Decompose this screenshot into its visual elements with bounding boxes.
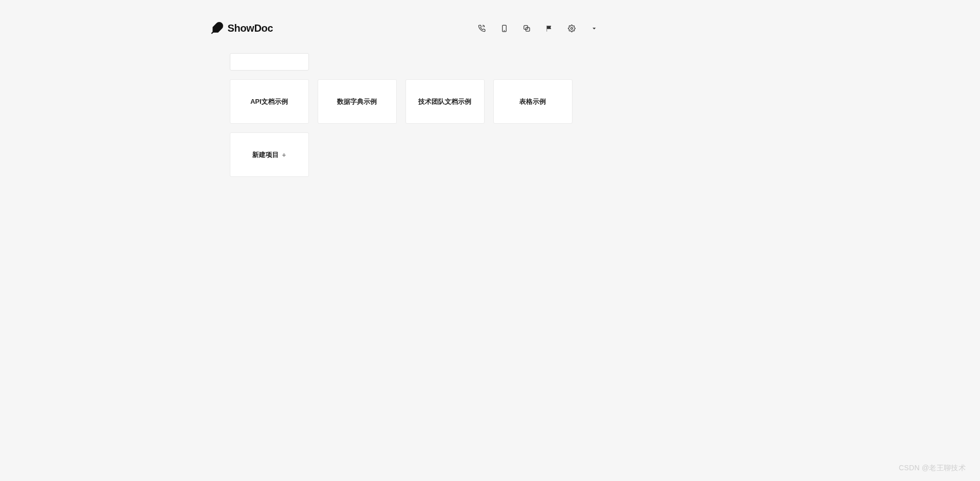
plus-icon: + (282, 151, 286, 159)
link-icon[interactable] (523, 24, 531, 32)
feather-icon (210, 21, 224, 35)
search-box[interactable] (230, 53, 309, 71)
gear-icon[interactable] (568, 24, 576, 32)
phone-icon[interactable] (478, 24, 486, 32)
logo[interactable]: ShowDoc (210, 21, 273, 35)
project-card[interactable]: 数据字典示例 (318, 79, 397, 124)
app-name: ShowDoc (228, 22, 273, 34)
header: ShowDoc (210, 21, 599, 35)
svg-point-5 (571, 27, 573, 29)
card-label: 表格示例 (519, 97, 546, 106)
watermark: CSDN @老王聊技术 (899, 464, 966, 473)
project-card[interactable]: API文档示例 (230, 79, 309, 124)
card-label: 数据字典示例 (337, 97, 377, 106)
search-input[interactable] (238, 58, 324, 66)
mobile-icon[interactable] (500, 24, 509, 32)
project-card[interactable]: 表格示例 (493, 79, 572, 124)
card-label: 技术团队文档示例 (418, 97, 471, 106)
new-project-label: 新建项目 (252, 150, 279, 159)
new-project-card[interactable]: 新建项目 + (230, 132, 309, 177)
flag-icon[interactable] (545, 24, 554, 32)
dropdown-icon[interactable] (590, 24, 599, 32)
card-label: API文档示例 (250, 97, 288, 106)
project-card[interactable]: 技术团队文档示例 (405, 79, 485, 124)
card-grid: API文档示例 数据字典示例 技术团队文档示例 表格示例 新建项目 + (230, 79, 579, 177)
nav-icons (478, 24, 599, 32)
